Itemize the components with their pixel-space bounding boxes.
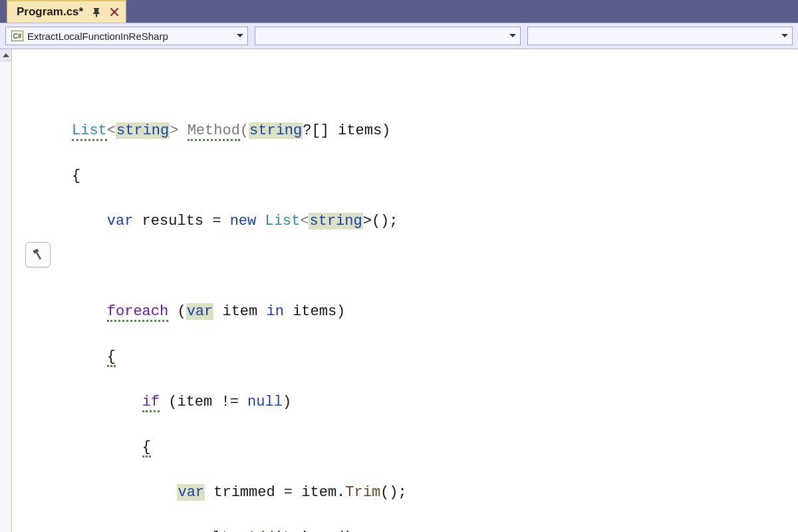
member-dropdown[interactable] [527, 27, 793, 45]
code-line: var results = new List<string>(); [72, 210, 798, 233]
code-line: { [72, 436, 798, 459]
quick-actions-hammer-icon[interactable] [25, 242, 51, 267]
navigation-bar: C# ExtractLocalFunctionInReSharp [0, 23, 798, 49]
scope-dropdown[interactable]: C# ExtractLocalFunctionInReSharp [5, 27, 248, 45]
chevron-down-icon [509, 34, 516, 38]
close-icon[interactable] [110, 7, 119, 17]
code-line: { [72, 346, 798, 368]
csharp-icon: C# [11, 31, 23, 41]
type-dropdown[interactable] [255, 27, 521, 45]
chevron-down-icon [237, 34, 243, 38]
pin-icon[interactable] [91, 7, 102, 17]
tab-title: Program.cs* [17, 5, 83, 19]
scroll-up-icon[interactable] [0, 49, 11, 61]
file-tab-program-cs[interactable]: Program.cs* [7, 0, 126, 23]
code-line: { [72, 165, 798, 188]
code-editor[interactable]: List<string> Method(string?[] items) { v… [12, 49, 798, 532]
code-line: List<string> Method(string?[] items) [72, 120, 798, 142]
chevron-down-icon [781, 34, 788, 38]
code-line: results.Add(trimmed); [72, 527, 798, 532]
code-line: var trimmed = item.Trim(); [72, 481, 798, 504]
document-tab-bar: Program.cs* [0, 0, 798, 23]
vertical-scrollbar[interactable] [0, 49, 12, 532]
code-line: foreach (var item in items) [72, 301, 798, 323]
scope-label: ExtractLocalFunctionInReSharp [27, 31, 168, 42]
code-line [72, 255, 798, 278]
code-line: if (item != null) [72, 391, 798, 414]
